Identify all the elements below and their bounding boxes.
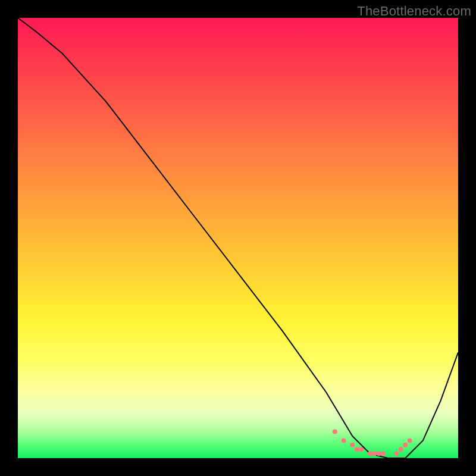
chart-container: TheBottleneck.com [0,0,476,476]
plot-area [18,18,458,458]
marker-dot [355,447,359,452]
marker-dot [394,452,399,456]
marker-dot [333,430,337,434]
curve-line [18,18,458,458]
marker-dot [372,452,377,456]
marker-dot [399,447,403,452]
chart-svg [18,18,458,458]
marker-dot [368,452,372,456]
marker-dot [342,438,346,443]
marker-dot [403,443,408,447]
marker-dot [408,438,412,443]
curve-markers [333,430,412,456]
marker-dot [377,452,381,456]
watermark-text: TheBottleneck.com [357,4,471,19]
marker-dot [359,447,364,452]
series-line [18,18,458,458]
marker-dot [350,443,355,447]
marker-dot [381,452,386,456]
